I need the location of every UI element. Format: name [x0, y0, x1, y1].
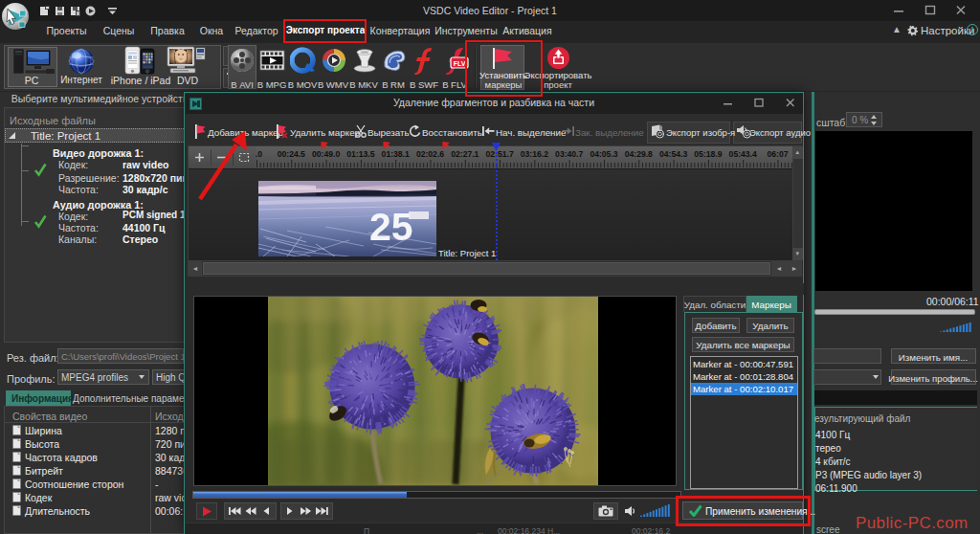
svg-text:06:07: 06:07 [768, 149, 789, 159]
svg-text:04:05.3: 04:05.3 [590, 149, 617, 159]
svg-text:00:24.5: 00:24.5 [278, 149, 305, 159]
svg-text:01:38.1: 01:38.1 [382, 149, 410, 159]
svg-text:25: 25 [369, 205, 413, 249]
svg-text:00:49.0: 00:49.0 [312, 149, 340, 159]
svg-text:04:54.3: 04:54.3 [659, 149, 687, 159]
svg-text:02:27.1: 02:27.1 [451, 149, 479, 159]
svg-text:01:13.5: 01:13.5 [346, 149, 374, 159]
svg-text:0.0: 0.0 [256, 149, 262, 159]
svg-text:02:02.6: 02:02.6 [416, 149, 444, 159]
svg-text:05:18.9: 05:18.9 [694, 149, 722, 159]
svg-text:03:40.7: 03:40.7 [555, 149, 583, 159]
svg-text:FLV: FLV [454, 60, 466, 67]
svg-text:03:16.2: 03:16.2 [521, 149, 548, 159]
svg-text:05:43.4: 05:43.4 [729, 149, 757, 159]
svg-text:04:29.8: 04:29.8 [625, 149, 653, 159]
